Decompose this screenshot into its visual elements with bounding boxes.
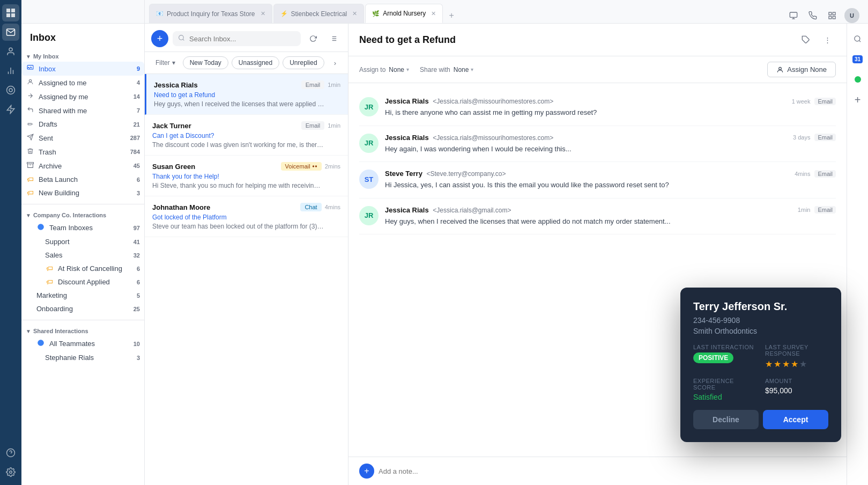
grid-icon[interactable] xyxy=(825,9,839,23)
sidebar-item-onboarding[interactable]: Onboarding 25 xyxy=(21,302,144,315)
sidebar-item-assigned-to-me[interactable]: Assigned to me 4 xyxy=(21,76,144,90)
assign-none-button[interactable]: Assign None xyxy=(767,62,836,77)
table-row[interactable]: Johnathan Moore Chat 4mins Got locked of… xyxy=(145,196,348,237)
conv-meta-1: Email 1min xyxy=(301,80,340,89)
conv-time-3: 2mins xyxy=(325,163,340,170)
table-row[interactable]: Jack Turner Email 1min Can I get a Disco… xyxy=(145,115,348,156)
accept-button[interactable]: Accept xyxy=(763,410,828,429)
conv-time-1: 1min xyxy=(328,82,340,88)
shared-with-me-label: Shared with me xyxy=(39,107,132,115)
filter-new-today[interactable]: New Today xyxy=(183,56,228,69)
sidebar-item-sales[interactable]: Sales 32 xyxy=(21,248,144,262)
tab-product-inquiry[interactable]: 📧 Product Inquiry for Texas Store ✕ xyxy=(149,4,272,23)
sidebar-item-marketing[interactable]: Marketing 5 xyxy=(21,289,144,302)
sidebar-item-drafts[interactable]: ✏ Drafts 21 xyxy=(21,117,144,131)
more-options-button[interactable]: ⋮ xyxy=(819,31,836,48)
assign-to-value[interactable]: None ▾ xyxy=(389,66,409,74)
svg-point-17 xyxy=(38,340,44,346)
nav-logo[interactable] xyxy=(2,4,19,21)
sidebar-item-support[interactable]: Support 41 xyxy=(21,235,144,248)
sidebar-item-archive[interactable]: Archive 45 xyxy=(21,159,144,173)
sidebar-item-at-risk[interactable]: 🏷 At Risk of Cancelling 6 xyxy=(21,262,144,275)
list-item: ST Steve Terry <Steve.terry@company.co> … xyxy=(359,162,836,199)
my-inbox-section[interactable]: ▼ My Inbox xyxy=(21,50,144,62)
sidebar-item-shared-with-me[interactable]: Shared with me 7 xyxy=(21,104,144,117)
svg-point-38 xyxy=(855,35,860,41)
tag-button[interactable] xyxy=(797,31,814,48)
right-add-icon[interactable]: + xyxy=(849,91,866,108)
sidebar-item-assigned-by-me[interactable]: Assigned by me 14 xyxy=(21,90,144,104)
note-input[interactable] xyxy=(379,467,836,475)
decline-button[interactable]: Decline xyxy=(693,410,759,429)
user-avatar[interactable]: U xyxy=(844,8,859,23)
sidebar-item-all-teammates[interactable]: All Teammates 10 xyxy=(21,336,144,351)
share-with-value[interactable]: None ▾ xyxy=(454,66,474,74)
table-row[interactable]: Jessica Rials Email 1min Need to get a R… xyxy=(145,74,348,115)
compose-button[interactable]: + xyxy=(151,30,168,47)
shared-icon xyxy=(26,106,34,115)
tab-arnold-nursery[interactable]: 🌿 Arnold Nursery ✕ xyxy=(365,4,443,23)
star-3: ★ xyxy=(782,359,790,369)
tab1-close-icon[interactable]: ✕ xyxy=(261,10,265,17)
assigned-by-me-label: Assigned by me xyxy=(39,93,129,101)
sidebar-item-new-building[interactable]: 🏷 New Building 3 xyxy=(21,186,144,200)
right-search-icon[interactable] xyxy=(849,30,866,47)
filter-dropdown[interactable]: Filter ▾ xyxy=(151,57,180,69)
nav-reports-icon[interactable] xyxy=(2,62,19,79)
conv-subject-3: Thank you for the Help! xyxy=(152,173,340,180)
nav-campaigns-icon[interactable] xyxy=(2,82,19,99)
nav-settings-icon[interactable] xyxy=(2,464,19,481)
sent-icon xyxy=(26,134,34,142)
svg-point-11 xyxy=(29,79,31,82)
sidebar-item-inbox[interactable]: Inbox 9 xyxy=(21,62,144,76)
shared-section[interactable]: ▼ Shared Interactions xyxy=(21,325,144,336)
conv-meta-3: Voicemail 2mins xyxy=(281,162,340,171)
conv-preview-2: The discount code I was given isn't work… xyxy=(152,141,324,149)
topbar-content xyxy=(21,0,144,24)
monitor-icon[interactable] xyxy=(787,9,800,23)
tab3-label: Arnold Nursery xyxy=(383,10,426,17)
conv-header-1: Jessica Rials Email 1min xyxy=(154,80,340,89)
right-activity-icon[interactable]: 31 xyxy=(849,50,866,68)
message-sender-area-4: Jessica Rials <Jessica.rials@gmail.com> xyxy=(385,206,511,214)
filter-unassigned[interactable]: Unassigned xyxy=(232,56,279,69)
message-email-2: <Jessica.rials@missourihomestores.com> xyxy=(433,134,553,142)
nav-inbox-icon[interactable] xyxy=(2,24,19,41)
message-channel-4: Email xyxy=(814,206,836,214)
tab1-icon: 📧 xyxy=(156,10,164,17)
svg-point-25 xyxy=(179,35,184,40)
nav-contacts-icon[interactable] xyxy=(2,43,19,60)
topbar xyxy=(21,0,144,24)
sidebar-item-beta-launch[interactable]: 🏷 Beta Launch 6 xyxy=(21,173,144,186)
assigned-by-me-icon xyxy=(26,92,34,101)
add-tab-button[interactable]: + xyxy=(444,8,459,23)
table-row[interactable]: Susan Green Voicemail 2mins Thank you fo… xyxy=(145,156,348,196)
team-inboxes-label: Team Inboxes xyxy=(49,224,129,232)
sidebar-item-sent[interactable]: Sent 287 xyxy=(21,131,144,145)
sidebar-item-team-inboxes[interactable]: Team Inboxes 97 xyxy=(21,221,144,235)
sidebar-item-trash[interactable]: Trash 784 xyxy=(21,145,144,159)
svg-point-4 xyxy=(7,86,15,94)
refresh-button[interactable] xyxy=(305,31,321,47)
nav-help-icon[interactable] xyxy=(2,444,19,461)
message-channel-3: Email xyxy=(814,170,836,178)
tab2-close-icon[interactable]: ✕ xyxy=(352,10,357,17)
sort-button[interactable] xyxy=(325,31,342,47)
tab-stienbeck[interactable]: ⚡ Stienbeck Electrical ✕ xyxy=(273,4,365,23)
nav-automations-icon[interactable] xyxy=(2,101,19,118)
archive-count: 45 xyxy=(133,163,140,169)
add-note-button[interactable]: + xyxy=(359,464,374,479)
company-section[interactable]: ▼ Company Co. Interactions xyxy=(21,209,144,221)
phone-icon[interactable] xyxy=(806,9,820,23)
sidebar-item-stephanie[interactable]: Stephanie Rials 3 xyxy=(21,351,144,364)
message-time-4: 1min xyxy=(798,207,811,213)
search-input[interactable] xyxy=(189,35,295,43)
right-green-dot-icon[interactable] xyxy=(849,71,866,88)
filter-unreplied[interactable]: Unreplied xyxy=(283,56,324,69)
onboarding-count: 25 xyxy=(133,306,140,312)
company-section-label: Company Co. Interactions xyxy=(33,212,106,218)
message-avatar-2: JR xyxy=(359,134,379,153)
tab3-close-icon[interactable]: ✕ xyxy=(431,10,436,17)
sidebar-item-discount-applied[interactable]: 🏷 Discount Applied 6 xyxy=(21,275,144,289)
filter-nav-right[interactable]: › xyxy=(329,56,342,69)
